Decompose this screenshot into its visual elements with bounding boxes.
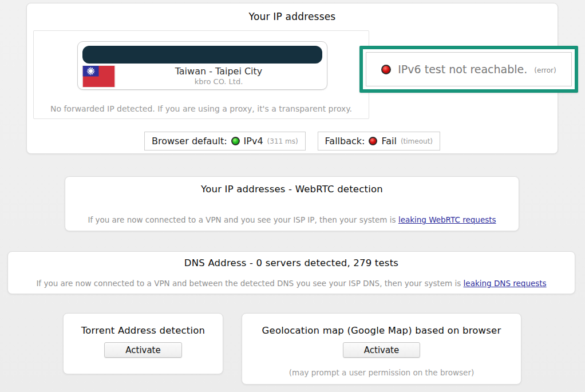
browser-default-label: Browser default: <box>152 136 227 146</box>
leaking-dns-link[interactable]: leaking DNS requests <box>464 279 547 288</box>
dns-panel: DNS Address - 0 servers detected, 279 te… <box>7 251 575 294</box>
ip-card-bottom-row: Taiwan - Taipei City kbro CO. Ltd. <box>82 66 322 87</box>
leaking-webrtc-link[interactable]: leaking WebRTC requests <box>398 215 496 224</box>
fallback-value: Fail <box>381 136 396 146</box>
proxy-note: No forwarded IP detected. If you are usi… <box>34 104 369 113</box>
webrtc-body-text: If you are now connected to a VPN and yo… <box>88 215 398 224</box>
ip-results-box: Taiwan - Taipei City kbro CO. Ltd. No fo… <box>33 30 369 119</box>
geolocation-activate-button[interactable]: Activate <box>343 342 420 358</box>
ipv6-result-highlight-box: IPv6 test not reachable. (error) <box>359 46 578 93</box>
ip-location-label: Taiwan - Taipei City <box>115 66 322 77</box>
ipleak-page: Your IP addresses Taiwan - Taipei City k… <box>0 0 585 392</box>
redacted-ip-value <box>82 46 322 64</box>
geo-text-block: Taiwan - Taipei City kbro CO. Ltd. <box>115 66 322 86</box>
ipv6-error-detail: (error) <box>534 66 556 74</box>
red-led-icon <box>369 137 377 145</box>
fallback-detail: (timeout) <box>401 137 433 145</box>
ipv6-status-text: IPv6 test not reachable. <box>398 63 527 76</box>
webrtc-panel-body: If you are now connected to a VPN and yo… <box>65 215 519 224</box>
geolocation-panel-title: Geolocation map (Google Map) based on br… <box>242 325 521 336</box>
red-led-icon <box>381 65 391 74</box>
fallback-label: Fallback: <box>325 136 365 146</box>
geolocation-panel: Geolocation map (Google Map) based on br… <box>242 313 521 385</box>
torrent-panel-title: Torrent Address detection <box>64 325 223 336</box>
taiwan-flag-icon <box>82 66 115 87</box>
connectivity-row: Browser default: IPv4 (311 ms) Fallback:… <box>27 132 558 151</box>
browser-default-value: IPv4 <box>244 136 263 146</box>
browser-default-box: Browser default: IPv4 (311 ms) <box>144 132 306 151</box>
torrent-activate-button[interactable]: Activate <box>104 342 181 358</box>
torrent-panel: Torrent Address detection Activate <box>63 313 223 374</box>
webrtc-panel-title: Your IP addresses - WebRTC detection <box>65 184 519 195</box>
dns-panel-title: DNS Address - 0 servers detected, 279 te… <box>8 258 575 268</box>
ip-isp-label: kbro CO. Ltd. <box>115 78 322 86</box>
browser-default-latency: (311 ms) <box>267 137 298 145</box>
ip-panel-title: Your IP addresses <box>27 11 558 22</box>
ipv6-result-inner: IPv6 test not reachable. (error) <box>363 50 574 89</box>
dns-body-text: If you are now connected to a VPN and be… <box>36 279 463 288</box>
fallback-box: Fallback: Fail (timeout) <box>318 132 440 151</box>
dns-panel-body: If you are now connected to a VPN and be… <box>8 279 575 288</box>
green-led-icon <box>231 137 240 145</box>
webrtc-panel: Your IP addresses - WebRTC detection If … <box>65 176 519 231</box>
geolocation-permission-note: (may prompt a user permission on the bro… <box>242 368 521 377</box>
ip-card: Taiwan - Taipei City kbro CO. Ltd. <box>77 41 327 90</box>
